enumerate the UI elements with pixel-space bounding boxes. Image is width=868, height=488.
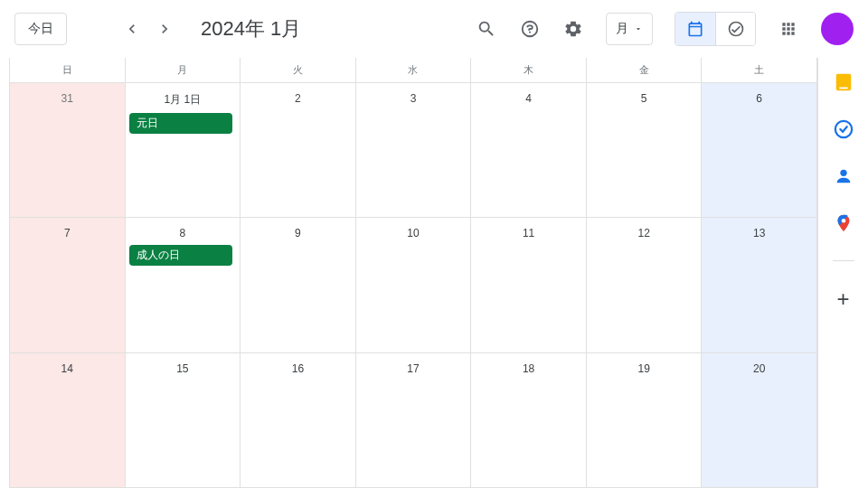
search-icon — [476, 19, 496, 39]
event-chip[interactable]: 成人の日 — [129, 245, 233, 266]
day-cell[interactable]: 8成人の日 — [126, 218, 241, 352]
date-number: 7 — [14, 221, 121, 243]
chevron-right-icon — [156, 20, 174, 38]
nav-arrows — [118, 14, 179, 43]
check-circle-icon — [727, 20, 745, 38]
tasks-app-icon[interactable] — [834, 119, 854, 139]
weekday-cell: 火 — [241, 58, 356, 83]
day-cell[interactable]: 31 — [10, 83, 126, 218]
day-cell[interactable]: 9 — [241, 218, 356, 352]
date-number: 5 — [590, 87, 698, 108]
dropdown-icon — [634, 24, 643, 33]
day-cell[interactable]: 16 — [241, 353, 356, 488]
day-cell[interactable]: 3 — [356, 83, 472, 218]
day-cell[interactable]: 14 — [10, 353, 126, 488]
date-number: 1月 1日 — [129, 87, 237, 111]
maps-app-icon[interactable] — [834, 213, 854, 233]
settings-button[interactable] — [555, 11, 591, 47]
next-month-button[interactable] — [150, 14, 179, 43]
date-number: 17 — [360, 357, 467, 379]
day-cell[interactable]: 5 — [587, 83, 703, 218]
avatar[interactable] — [821, 13, 854, 45]
date-number: 4 — [475, 87, 582, 108]
date-number: 2 — [244, 87, 352, 108]
day-cell[interactable]: 2 — [241, 83, 356, 218]
main: 日月火水木金土 311月 1日元日2345678成人の日910111213141… — [0, 58, 868, 488]
svg-point-3 — [840, 170, 846, 176]
date-number: 8 — [129, 221, 237, 243]
day-cell[interactable]: 13 — [702, 218, 817, 352]
day-cell[interactable]: 18 — [471, 353, 587, 488]
date-number: 11 — [475, 221, 582, 243]
day-cell[interactable]: 19 — [587, 353, 703, 488]
svg-rect-1 — [839, 88, 847, 89]
day-cell[interactable]: 6 — [702, 83, 817, 218]
help-icon — [520, 19, 540, 39]
weekday-cell: 金 — [587, 58, 703, 83]
day-cell[interactable]: 1月 1日元日 — [126, 83, 241, 218]
prev-month-button[interactable] — [118, 14, 146, 43]
event-chip[interactable]: 元日 — [129, 113, 233, 134]
today-button[interactable]: 今日 — [14, 13, 67, 45]
weekday-cell: 土 — [702, 58, 817, 83]
day-cell[interactable]: 12 — [587, 218, 703, 352]
view-label: 月 — [616, 21, 628, 37]
date-number: 6 — [705, 87, 813, 108]
weekday-cell: 日 — [10, 58, 126, 83]
weekday-cell: 木 — [471, 58, 587, 83]
day-cell[interactable]: 10 — [356, 218, 472, 352]
calendar: 日月火水木金土 311月 1日元日2345678成人の日910111213141… — [0, 58, 817, 488]
day-cell[interactable]: 15 — [126, 353, 241, 488]
search-button[interactable] — [468, 11, 505, 47]
calendar-icon — [686, 20, 704, 38]
day-cell[interactable]: 17 — [356, 353, 472, 488]
calendar-view-button[interactable] — [675, 13, 715, 45]
date-number: 3 — [360, 87, 467, 108]
apps-grid-icon — [779, 20, 797, 38]
apps-button[interactable] — [770, 11, 807, 47]
day-cell[interactable]: 7 — [10, 218, 126, 352]
page-title: 2024年 1月 — [201, 15, 301, 42]
day-cell[interactable]: 11 — [471, 218, 587, 352]
date-number: 16 — [244, 357, 352, 379]
add-app-button[interactable]: + — [836, 288, 849, 310]
weekday-cell: 水 — [356, 58, 472, 83]
date-number: 31 — [14, 87, 121, 108]
date-number: 15 — [129, 357, 237, 379]
chevron-left-icon — [123, 20, 141, 38]
tasks-view-button[interactable] — [715, 13, 755, 45]
date-number: 13 — [705, 221, 813, 243]
calendar-grid: 311月 1日元日2345678成人の日91011121314151617181… — [9, 83, 817, 488]
gear-icon — [563, 19, 583, 39]
day-cell[interactable]: 20 — [702, 353, 817, 488]
view-toggle — [675, 12, 756, 46]
header: 今日 2024年 1月 月 — [0, 0, 868, 58]
date-number: 14 — [14, 357, 121, 379]
date-number: 12 — [590, 221, 698, 243]
date-number: 20 — [705, 357, 813, 379]
weekday-header: 日月火水木金土 — [9, 58, 817, 83]
contacts-app-icon[interactable] — [834, 166, 854, 186]
keep-app-icon[interactable] — [834, 72, 854, 92]
side-panel-divider — [833, 260, 854, 261]
date-number: 18 — [475, 357, 582, 379]
weekday-cell: 月 — [126, 58, 241, 83]
svg-point-4 — [841, 219, 845, 223]
date-number: 9 — [244, 221, 352, 243]
day-cell[interactable]: 4 — [471, 83, 587, 218]
date-number: 19 — [590, 357, 698, 379]
view-selector[interactable]: 月 — [606, 13, 653, 45]
side-panel: + — [817, 58, 868, 488]
date-number: 10 — [360, 221, 467, 243]
help-button[interactable] — [512, 11, 548, 47]
